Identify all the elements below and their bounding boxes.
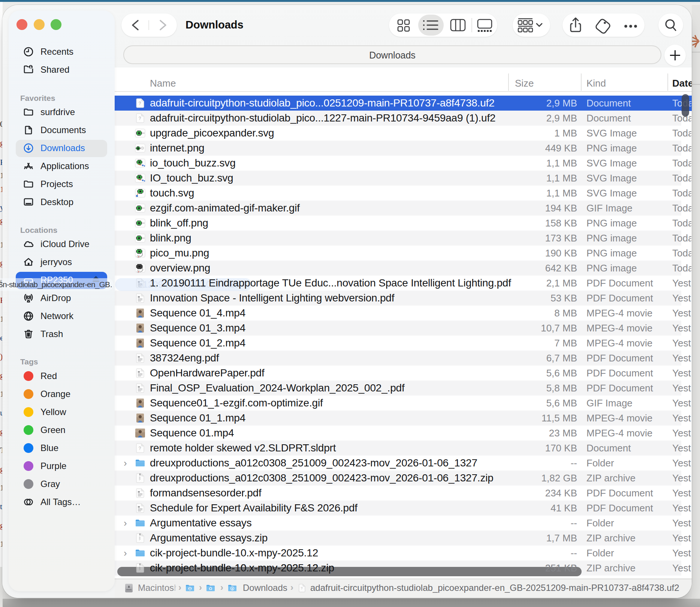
svg-text:?: ? <box>139 101 141 106</box>
svg-text:?: ? <box>301 586 302 590</box>
svg-text:?: ? <box>139 446 141 451</box>
svg-text:?: ? <box>139 116 141 121</box>
